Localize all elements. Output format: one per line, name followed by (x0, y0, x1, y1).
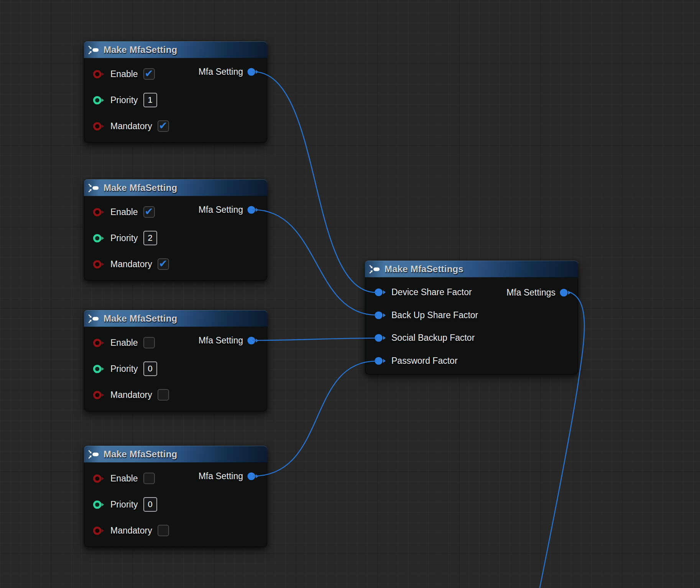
input-pin-mandatory[interactable] (93, 526, 105, 535)
output-pin-mfa-setting[interactable] (247, 336, 259, 345)
pin-row-mandatory: Mandatory (84, 113, 267, 139)
priority-input[interactable]: 1 (143, 93, 157, 107)
input-pin-priority[interactable] (93, 364, 105, 374)
wire[interactable] (253, 338, 376, 340)
pin-label-priority: Priority (110, 364, 138, 374)
output-pin-label: Mfa Settings (506, 287, 555, 298)
input-pin-priority[interactable] (93, 233, 105, 243)
make-struct-icon (88, 183, 100, 193)
pin-label: Password Factor (391, 356, 458, 366)
priority-input[interactable]: 2 (143, 231, 157, 245)
pin-label-enable: Enable (110, 338, 138, 348)
pin-label-mandatory: Mandatory (110, 121, 152, 131)
pin-row-back-up-share-factor: Back Up Share Factor (365, 304, 578, 327)
make-struct-icon (88, 314, 100, 324)
input-pin-device-share-factor[interactable] (374, 287, 386, 297)
priority-input[interactable]: 0 (143, 497, 157, 512)
pin-label-enable: Enable (110, 473, 138, 484)
mandatory-checkbox[interactable] (158, 120, 169, 132)
output-row: Mfa Setting (199, 201, 259, 218)
input-pin-enable[interactable] (93, 338, 105, 348)
node-header[interactable]: Make MfaSetting (84, 310, 267, 327)
input-pin-priority[interactable] (93, 500, 105, 509)
output-pin-mfa-setting[interactable] (247, 471, 259, 481)
node-make-mfasetting-3[interactable]: Make MfaSetting Mfa Setting Enable Prior… (84, 310, 267, 411)
input-pin-back-up-share-factor[interactable] (374, 310, 386, 320)
output-row: Mfa Setting (199, 468, 259, 485)
input-pin-password-factor[interactable] (374, 356, 386, 366)
pin-row-priority: Priority 2 (84, 225, 267, 251)
node-title: Make MfaSetting (104, 449, 177, 460)
enable-checkbox[interactable] (143, 473, 155, 484)
node-header[interactable]: Make MfaSetting (84, 446, 267, 463)
output-row: Mfa Setting (199, 63, 259, 80)
mandatory-checkbox[interactable] (158, 525, 169, 536)
node-title: Make MfaSetting (104, 44, 177, 55)
pin-label-mandatory: Mandatory (110, 390, 152, 400)
input-pin-mandatory[interactable] (93, 390, 105, 400)
input-pin-mandatory[interactable] (93, 260, 105, 269)
node-title: Make MfaSettings (385, 264, 463, 274)
pin-label-enable: Enable (110, 207, 138, 217)
input-pin-enable[interactable] (93, 69, 105, 79)
node-make-mfasetting-2[interactable]: Make MfaSetting Mfa Setting Enable Prior… (84, 179, 267, 281)
node-header[interactable]: Make MfaSettings (365, 261, 578, 278)
pin-label: Social Backup Factor (391, 333, 475, 343)
pin-row-mandatory: Mandatory (84, 517, 267, 544)
pin-row-priority: Priority 0 (84, 491, 267, 517)
pin-row-priority: Priority 1 (84, 87, 267, 113)
graph-canvas[interactable]: Make MfaSetting Mfa Setting Enable Prior… (0, 0, 700, 588)
pin-row-social-backup-factor: Social Backup Factor (365, 327, 578, 350)
output-row: Mfa Settings (506, 284, 571, 301)
enable-checkbox[interactable] (143, 337, 155, 348)
node-title: Make MfaSetting (104, 313, 177, 324)
pin-label-priority: Priority (110, 499, 138, 510)
input-pin-enable[interactable] (93, 474, 105, 483)
output-pin-mfa-setting[interactable] (247, 67, 259, 77)
node-make-mfasetting-4[interactable]: Make MfaSetting Mfa Setting Enable Prior… (84, 446, 267, 547)
input-pin-enable[interactable] (93, 207, 105, 217)
pin-row-mandatory: Mandatory (84, 251, 267, 277)
pin-label: Back Up Share Factor (391, 310, 478, 320)
mandatory-checkbox[interactable] (158, 389, 169, 401)
pin-row-password-factor: Password Factor (365, 350, 578, 373)
enable-checkbox[interactable] (143, 68, 155, 80)
pin-label-priority: Priority (110, 233, 138, 243)
wire[interactable] (253, 361, 376, 476)
wire[interactable] (253, 210, 376, 315)
make-struct-icon (88, 45, 100, 55)
enable-checkbox[interactable] (143, 206, 155, 218)
output-row: Mfa Setting (199, 332, 259, 349)
output-pin-label: Mfa Setting (199, 205, 243, 215)
pin-label-priority: Priority (110, 95, 138, 105)
make-struct-icon (369, 264, 381, 274)
output-pin-label: Mfa Setting (199, 67, 243, 77)
pin-label-mandatory: Mandatory (110, 526, 152, 536)
node-header[interactable]: Make MfaSetting (84, 179, 267, 196)
node-make-mfasetting-1[interactable]: Make MfaSetting Mfa Setting Enable Prior… (84, 41, 267, 143)
wire[interactable] (253, 72, 376, 292)
output-pin-mfa-settings[interactable] (559, 288, 571, 297)
pin-label: Device Share Factor (391, 287, 472, 297)
mandatory-checkbox[interactable] (158, 258, 169, 270)
output-pin-label: Mfa Setting (199, 471, 243, 481)
input-pin-priority[interactable] (93, 95, 105, 105)
node-make-mfasettings[interactable]: Make MfaSettings Mfa Settings Device Sha… (365, 261, 578, 374)
input-pin-social-backup-factor[interactable] (374, 333, 386, 343)
pin-row-priority: Priority 0 (84, 356, 267, 382)
input-pin-mandatory[interactable] (93, 122, 105, 131)
pin-row-mandatory: Mandatory (84, 382, 267, 408)
output-pin-label: Mfa Setting (199, 335, 243, 346)
priority-input[interactable]: 0 (143, 361, 157, 376)
pin-label-enable: Enable (110, 69, 138, 79)
make-struct-icon (88, 450, 100, 459)
node-header[interactable]: Make MfaSetting (84, 41, 267, 58)
output-pin-mfa-setting[interactable] (247, 205, 259, 215)
node-title: Make MfaSetting (104, 182, 177, 193)
pin-label-mandatory: Mandatory (110, 259, 152, 269)
